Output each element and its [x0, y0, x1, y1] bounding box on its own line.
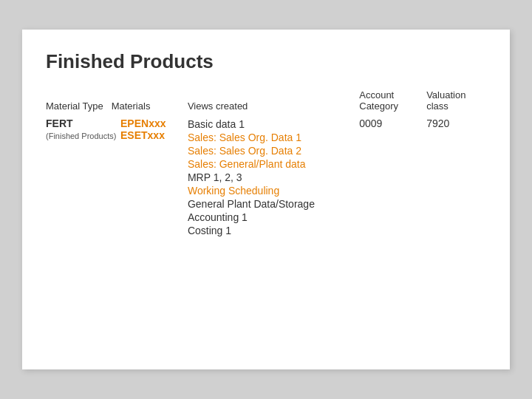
- material-codes-cell: EPENxxx ESETxxx: [120, 116, 188, 239]
- header-account-category: AccountCategory: [359, 89, 426, 116]
- finished-products-label: (Finished Products): [46, 132, 116, 140]
- code1-label: EPENxxx: [120, 117, 166, 129]
- view-basic-data: Basic data 1: [188, 117, 359, 131]
- view-mrp: MRP 1, 2, 3: [188, 171, 359, 184]
- table-row: FERT (Finished Products) EPENxxx ESETxxx…: [46, 116, 486, 239]
- fert-label: FERT: [46, 117, 73, 129]
- content-table: Material Type Materials Views created Ac…: [46, 89, 486, 239]
- view-accounting: Accounting 1: [188, 211, 359, 224]
- material-type-cell: FERT (Finished Products): [46, 116, 120, 239]
- view-general-plant-storage: General Plant Data/Storage: [188, 197, 359, 211]
- view-general-plant: Sales: General/Plant data: [188, 157, 359, 171]
- account-category-cell: 0009: [359, 116, 426, 239]
- view-working-scheduling: Working Scheduling: [188, 184, 359, 197]
- main-card: Finished Products Material Type Material…: [22, 30, 510, 369]
- view-sales-org2: Sales: Sales Org. Data 2: [188, 144, 359, 157]
- code2-label: ESETxxx: [120, 129, 165, 141]
- header-material-type: Material Type Materials: [46, 89, 188, 116]
- valuation-class-cell: 7920: [426, 116, 486, 239]
- view-sales-org1: Sales: Sales Org. Data 1: [188, 131, 359, 144]
- header-views-created: Views created: [188, 89, 359, 116]
- view-costing: Costing 1: [188, 224, 359, 237]
- views-cell: Basic data 1 Sales: Sales Org. Data 1 Sa…: [188, 116, 359, 239]
- page-title: Finished Products: [46, 50, 486, 73]
- header-valuation-class: Valuationclass: [426, 89, 486, 116]
